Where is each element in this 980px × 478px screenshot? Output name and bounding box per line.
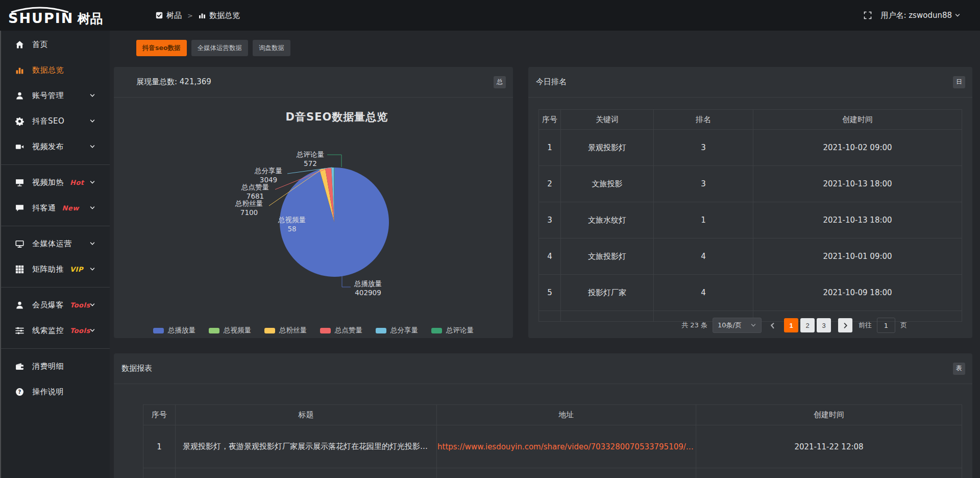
sidebar-item-video[interactable]: 视频发布 <box>1 134 110 159</box>
table-row[interactable]: 5投影灯厂家42021-10-09 18:00 <box>539 275 962 311</box>
svg-text:?: ? <box>18 389 21 395</box>
impressions-total: 展现量总数: 421,369 <box>136 77 211 87</box>
column-header: 关键词 <box>561 110 654 130</box>
report-table-wrap: 序号标题地址创建时间 1景观投影灯，夜游景观投影灯厂家展示展示落花灯在花园里的灯… <box>143 404 962 478</box>
legend-label: 总粉丝量 <box>279 326 307 335</box>
breadcrumb-current: 数据总览 <box>209 11 240 20</box>
pagination-total: 共 23 条 <box>681 321 707 330</box>
chevron-down-icon <box>87 241 97 247</box>
sidebar-item-label: 线索监控 <box>32 326 64 336</box>
page-1-button[interactable]: 1 <box>784 318 798 332</box>
table-cell-empty <box>696 468 962 478</box>
next-page-button[interactable] <box>838 318 852 332</box>
sidebar-item-user[interactable]: 账号管理 <box>1 83 110 108</box>
pie-label-likes: 总点赞量 7681 <box>237 183 273 201</box>
chevron-down-icon <box>87 118 97 124</box>
table-badge[interactable]: 表 <box>953 363 965 375</box>
table-row[interactable]: 4文旅投影灯42021-10-01 09:00 <box>539 238 962 275</box>
table-row[interactable]: 1景观投影灯32021-10-02 09:00 <box>539 130 962 166</box>
table-cell-empty <box>539 311 561 322</box>
legend-swatch <box>209 328 219 333</box>
sidebar-item-person[interactable]: 会员爆客Tools <box>1 292 110 318</box>
report-panel-header: 数据报表 表 <box>114 353 972 384</box>
sidebar-item-gear[interactable]: 抖音SEO <box>1 108 110 134</box>
sidebar-divider <box>1 343 110 353</box>
table-cell: 2021-10-09 18:00 <box>753 275 962 311</box>
sidebar-divider <box>1 282 110 292</box>
legend-item[interactable]: 总视频量 <box>209 326 251 335</box>
chart-title: D音SEO数据量总览 <box>184 110 490 124</box>
sidebar-item-label: 抖客通 <box>32 203 56 213</box>
sidebar-item-screen[interactable]: 视频加热Hot <box>1 170 110 195</box>
legend-item[interactable]: 总分享量 <box>376 326 418 335</box>
report-index-cell: 1 <box>143 425 176 468</box>
table-cell: 2021-10-01 09:00 <box>753 238 962 275</box>
pie-label-comments: 总评论量 572 <box>292 150 328 169</box>
sidebar-item-sliders[interactable]: 线索监控Tools <box>1 318 110 343</box>
table-row[interactable]: 3文旅水纹灯12021-10-13 18:00 <box>539 202 962 238</box>
page-3-button[interactable]: 3 <box>817 318 831 332</box>
home-icon <box>14 40 24 49</box>
table-row[interactable]: 2文旅投影32021-10-13 18:00 <box>539 166 962 202</box>
table-cell: 3 <box>654 166 753 202</box>
ranking-panel-header: 今日排名 日 <box>528 67 972 98</box>
pie-label-fans: 总粉丝量 7100 <box>231 199 267 218</box>
chat-icon <box>14 204 24 212</box>
sidebar-item-label: 视频加热 <box>32 178 64 187</box>
ranking-table: 序号关键词排名创建时间 1景观投影灯32021-10-02 09:002文旅投影… <box>538 109 962 322</box>
sidebar-item-badge: VIP <box>70 266 83 273</box>
breadcrumb-chart-icon <box>199 12 206 19</box>
chevron-down-icon <box>87 144 97 150</box>
day-badge[interactable]: 日 <box>953 76 965 88</box>
legend-label: 总分享量 <box>390 326 418 335</box>
pie-label-videos: 总视频量 58 <box>274 216 310 234</box>
sidebar-item-monitor[interactable]: 全媒体运营 <box>1 231 110 256</box>
sidebar-item-help[interactable]: ?操作说明 <box>1 379 110 404</box>
breadcrumb-root-icon <box>156 12 163 19</box>
screen-icon <box>14 178 24 187</box>
column-header: 序号 <box>539 110 561 130</box>
username[interactable]: 用户名: zswodun88 <box>880 11 952 20</box>
legend-item[interactable]: 总粉丝量 <box>264 326 307 335</box>
wallet-icon <box>14 362 24 371</box>
table-cell: 景观投影灯 <box>561 130 654 166</box>
sidebar-item-chat[interactable]: 抖客通New <box>1 195 110 221</box>
chevron-down-icon <box>87 179 97 185</box>
page-size-select[interactable]: 10条/页 <box>713 318 762 333</box>
breadcrumb-root[interactable]: 树品 <box>166 11 182 20</box>
tab-inquiry-data[interactable]: 询盘数据 <box>253 40 290 56</box>
chevron-down-icon <box>87 92 97 99</box>
logo-arc-icon <box>9 7 70 13</box>
page-jump-input[interactable] <box>877 318 895 333</box>
tab-media-operation-data[interactable]: 全媒体运营数据 <box>191 40 249 56</box>
sidebar-item-grid[interactable]: 矩阵助推VIP <box>1 256 110 282</box>
report-created-cell: 2021-11-22 12:08 <box>696 425 962 468</box>
legend-item[interactable]: 总播放量 <box>153 326 195 335</box>
table-cell: 3 <box>539 202 561 238</box>
app-logo[interactable]: SHUPIN 树品 <box>0 4 118 27</box>
fullscreen-icon[interactable] <box>864 11 872 19</box>
prev-page-button[interactable] <box>767 322 778 329</box>
pie-chart <box>114 67 513 338</box>
legend-label: 总评论量 <box>446 326 474 335</box>
legend-swatch <box>264 328 275 333</box>
sidebar: 首页数据总览账号管理抖音SEO视频发布视频加热Hot抖客通New全媒体运营矩阵助… <box>0 31 110 478</box>
report-link[interactable]: https://www.iesdouyin.com/share/video/70… <box>437 425 696 468</box>
table-cell: 文旅投影 <box>561 166 654 202</box>
tab-douyin-seo-data[interactable]: 抖音seo数据 <box>136 40 187 56</box>
table-cell-empty <box>561 311 654 322</box>
sidebar-item-label: 视频发布 <box>32 142 64 152</box>
sidebar-item-badge: Hot <box>70 179 84 186</box>
report-table: 序号标题地址创建时间 1景观投影灯，夜游景观投影灯厂家展示展示落花灯在花园里的灯… <box>143 404 962 478</box>
sidebar-item-wallet[interactable]: 消费明细 <box>1 353 110 379</box>
page-2-button[interactable]: 2 <box>800 318 815 332</box>
sidebar-item-home[interactable]: 首页 <box>1 32 110 57</box>
table-row[interactable]: 1景观投影灯，夜游景观投影灯厂家展示展示落花灯在花园里的灯光投影应用效果 #ht… <box>143 425 962 468</box>
total-badge[interactable]: 总 <box>494 76 506 88</box>
user-chevron-down-icon[interactable] <box>954 12 961 18</box>
legend-item[interactable]: 总评论量 <box>431 326 474 335</box>
gear-icon <box>14 117 24 126</box>
breadcrumb: 树品 > 数据总览 <box>156 11 240 20</box>
legend-item[interactable]: 总点赞量 <box>320 326 362 335</box>
sidebar-item-chart-bar[interactable]: 数据总览 <box>1 57 110 83</box>
